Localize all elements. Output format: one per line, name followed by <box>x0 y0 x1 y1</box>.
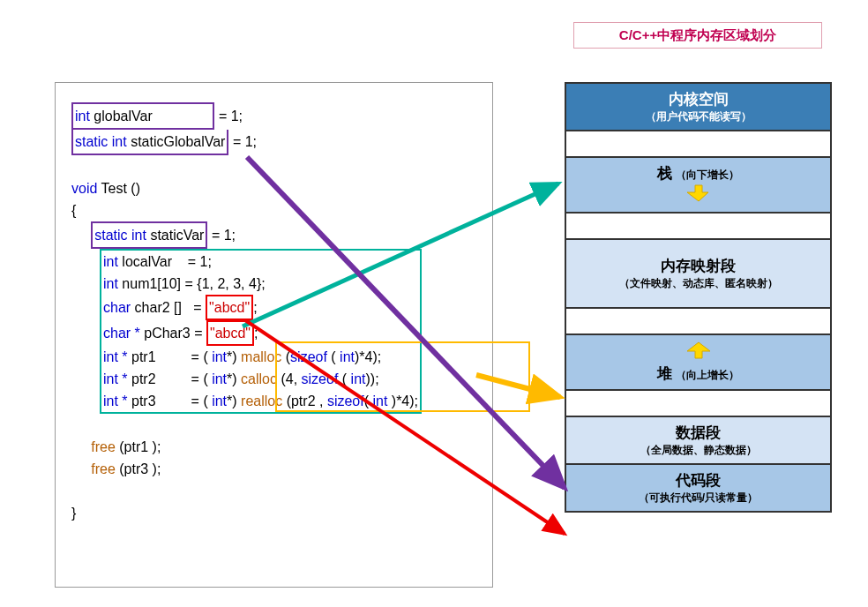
diagram-title: C/C++中程序内存区域划分 <box>573 22 822 49</box>
seg-kernel: 内核空间（用户代码不能读写） <box>566 84 830 131</box>
seg-mmap: 内存映射段（文件映射、动态库、匿名映射） <box>566 240 830 309</box>
globals-box: int globalVar <box>71 102 214 130</box>
arrow-up-icon <box>687 341 710 360</box>
seg-code: 代码段（可执行代码/只读常量） <box>566 465 830 511</box>
globals-box2: static int staticGlobalVar <box>71 130 228 155</box>
str2-box: "abcd" <box>206 320 254 346</box>
locals-box: int localVar = 1; int num1[10] = {1, 2, … <box>100 249 422 414</box>
code-panel: int globalVar = 1; static int staticGlob… <box>55 82 493 588</box>
arrow-down-icon <box>687 184 710 203</box>
str1-box: "abcd" <box>206 295 253 320</box>
static-var-box: static int staticVar <box>91 221 207 249</box>
seg-data: 数据段（全局数据、静态数据） <box>566 417 830 465</box>
seg-heap: 堆 （向上增长） <box>566 335 830 391</box>
seg-stack: 栈 （向下增长） <box>566 158 830 214</box>
memory-diagram: 内核空间（用户代码不能读写） 栈 （向下增长） 内存映射段（文件映射、动态库、匿… <box>565 82 832 513</box>
